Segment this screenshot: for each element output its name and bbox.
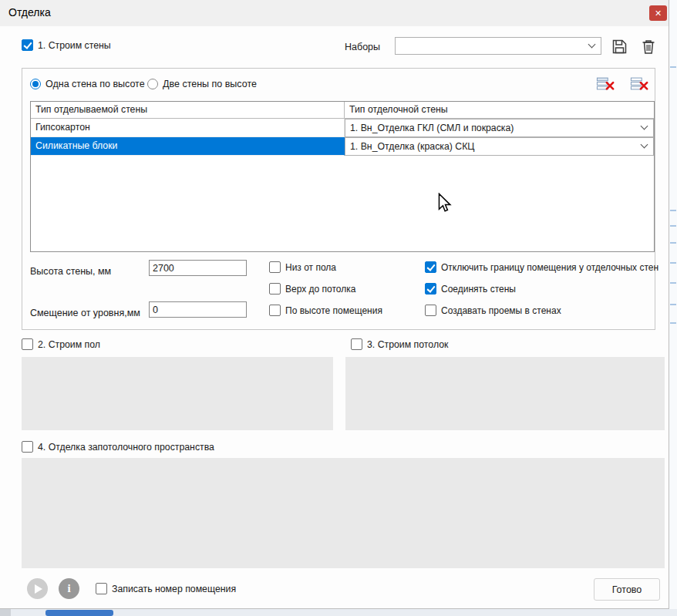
- radio-one-wall[interactable]: Одна стена по высоте: [30, 79, 145, 89]
- option-label: Соединять стены: [441, 284, 516, 295]
- option-top-to-ceiling[interactable]: Верх до потолка: [269, 283, 355, 295]
- finish-type-value: 1. Вн_Отделка ГКЛ (СМЛ и покраска): [350, 123, 514, 133]
- walls-settings-group: Одна стена по высоте Две стены по высоте: [22, 68, 655, 330]
- level-offset-label: Смещение от уровня,мм: [30, 308, 140, 318]
- column-header-finish-type[interactable]: Тип отделочной стены: [345, 102, 654, 118]
- done-button[interactable]: Готово: [594, 578, 660, 601]
- chevron-down-icon: [641, 123, 648, 130]
- option-label: Верх до потолка: [285, 284, 355, 295]
- chevron-down-icon: [641, 141, 648, 149]
- checkbox-icon: [351, 338, 362, 350]
- option-label: Отключить границу помещения у отделочных…: [441, 262, 658, 273]
- mouse-cursor: [438, 193, 452, 213]
- checkbox-icon: [425, 261, 436, 273]
- floor-panel: [22, 357, 333, 430]
- above-ceiling-section-checkbox[interactable]: 4. Отделка запотолочного пространства: [22, 441, 214, 453]
- window-title: Отделка: [8, 6, 51, 19]
- ceiling-section-checkbox[interactable]: 3. Строим потолок: [351, 338, 448, 350]
- done-button-label: Готово: [612, 584, 642, 595]
- option-label: По высоте помещения: [285, 305, 382, 316]
- walls-section-checkbox[interactable]: 1. Строим стены: [22, 39, 111, 51]
- save-set-button[interactable]: [610, 37, 628, 56]
- wall-types-table: Тип отделываемой стены Тип отделочной ст…: [30, 101, 655, 252]
- ceiling-panel: [345, 357, 665, 430]
- level-offset-input[interactable]: [149, 301, 247, 318]
- above-ceiling-panel: [22, 458, 665, 568]
- radio-icon: [30, 79, 41, 89]
- taskbar-fragment: [0, 609, 11, 616]
- finish-type-cell: 1. Вн_Отделка ГКЛ (СМЛ и покраска): [345, 119, 654, 137]
- finish-type-combobox[interactable]: 1. Вн_Отделка ГКЛ (СМЛ и покраска): [345, 119, 654, 137]
- background-taskbar-edge: [0, 609, 677, 616]
- delete-set-button[interactable]: [639, 37, 658, 56]
- clear-table-button[interactable]: [630, 74, 648, 93]
- finish-type-combobox[interactable]: 1. Вн_Отделка (краска) СКЦ: [345, 137, 654, 156]
- background-app-edge: [669, 0, 677, 616]
- finish-type-cell: 1. Вн_Отделка (краска) СКЦ: [345, 137, 654, 156]
- radio-two-walls[interactable]: Две стены по высоте: [147, 79, 257, 89]
- checkbox-icon: [269, 261, 281, 273]
- radio-icon: [147, 79, 158, 89]
- ceiling-section-label: 3. Строим потолок: [367, 339, 448, 350]
- wall-height-input[interactable]: [149, 260, 247, 276]
- checkbox-icon: [269, 283, 281, 295]
- floor-section-checkbox[interactable]: 2. Строим пол: [22, 338, 100, 350]
- write-room-number-checkbox[interactable]: Записать номер помещения: [96, 583, 236, 594]
- sets-label: Наборы: [345, 42, 380, 52]
- table-row-delete-icon: [596, 76, 615, 91]
- floor-section-label: 2. Строим пол: [38, 339, 100, 350]
- info-icon: i: [67, 582, 70, 595]
- titlebar[interactable]: Отделка ✕: [0, 0, 669, 26]
- checkbox-icon: [269, 305, 281, 316]
- checkbox-icon: [22, 338, 33, 350]
- checkbox-icon: [425, 305, 436, 316]
- above-ceiling-section-label: 4. Отделка запотолочного пространства: [38, 442, 214, 453]
- close-icon: ✕: [655, 8, 662, 19]
- taskbar-active-item-fragment: [45, 610, 113, 616]
- column-header-wall-type[interactable]: Тип отделываемой стены: [31, 102, 345, 118]
- checkbox-icon: [96, 583, 107, 594]
- play-icon: [35, 584, 42, 594]
- option-label: Создавать проемы в стенах: [441, 305, 561, 316]
- sets-combobox[interactable]: [395, 37, 601, 55]
- radio-one-wall-label: Одна стена по высоте: [45, 79, 145, 89]
- finishing-dialog: Отделка ✕ 1. Строим стены Наборы Одна: [0, 0, 669, 609]
- walls-section-label: 1. Строим стены: [38, 40, 111, 51]
- trash-icon: [641, 39, 656, 55]
- finish-type-value: 1. Вн_Отделка (краска) СКЦ: [350, 141, 474, 152]
- checkbox-icon: [22, 441, 33, 453]
- write-room-number-label: Записать номер помещения: [112, 584, 236, 594]
- info-button[interactable]: i: [59, 578, 79, 599]
- radio-two-walls-label: Две стены по высоте: [163, 79, 257, 89]
- wall-type-cell[interactable]: Силикатные блоки: [31, 137, 345, 156]
- checkbox-icon: [425, 283, 436, 295]
- table-header: Тип отделываемой стены Тип отделочной ст…: [31, 102, 654, 119]
- table-clear-icon: [630, 76, 648, 91]
- checkbox-icon: [22, 39, 33, 51]
- option-join-walls[interactable]: Соединять стены: [425, 283, 516, 295]
- option-label: Низ от пола: [285, 262, 336, 273]
- table-row[interactable]: Гипсокартон 1. Вн_Отделка ГКЛ (СМЛ и пок…: [31, 119, 654, 137]
- option-disable-room-boundary[interactable]: Отключить границу помещения у отделочных…: [425, 261, 658, 273]
- save-icon: [611, 39, 628, 55]
- option-create-openings[interactable]: Создавать проемы в стенах: [425, 305, 561, 316]
- table-row[interactable]: Силикатные блоки 1. Вн_Отделка (краска) …: [31, 137, 654, 156]
- wall-type-cell[interactable]: Гипсокартон: [31, 119, 345, 137]
- play-button[interactable]: [27, 578, 48, 599]
- chevron-down-icon: [588, 40, 596, 48]
- close-button[interactable]: ✕: [649, 5, 667, 21]
- option-by-room-height[interactable]: По высоте помещения: [269, 305, 382, 316]
- delete-row-button[interactable]: [596, 74, 615, 93]
- option-bottom-from-floor[interactable]: Низ от пола: [269, 261, 336, 273]
- wall-height-label: Высота стены, мм: [30, 266, 111, 277]
